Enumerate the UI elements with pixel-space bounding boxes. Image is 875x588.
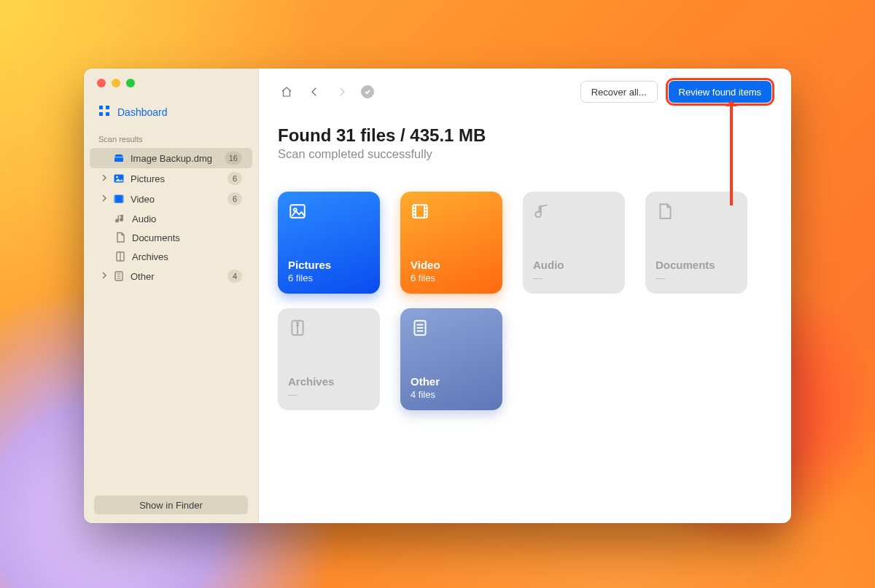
svg-rect-4 bbox=[114, 157, 123, 157]
sidebar-item-pictures[interactable]: Pictures 6 bbox=[90, 168, 252, 189]
video-icon bbox=[411, 202, 429, 221]
archives-icon bbox=[288, 318, 307, 337]
dashboard-label: Dashboard bbox=[117, 106, 168, 118]
window-controls bbox=[84, 79, 258, 87]
svg-rect-9 bbox=[122, 195, 124, 203]
svg-point-6 bbox=[116, 176, 118, 179]
sidebar-item-archives[interactable]: Archives bbox=[90, 247, 252, 266]
sidebar-item-label: Image Backup.dmg bbox=[131, 153, 212, 164]
pictures-icon bbox=[288, 202, 307, 221]
disk-image-icon bbox=[113, 152, 125, 164]
review-found-items-button[interactable]: Review found items bbox=[669, 81, 771, 103]
tile-count: — bbox=[533, 273, 615, 283]
archives-icon bbox=[114, 251, 126, 262]
forward-button[interactable] bbox=[333, 83, 351, 101]
tile-count: — bbox=[656, 273, 737, 283]
sidebar-item-label: Other bbox=[131, 271, 155, 282]
other-icon bbox=[113, 270, 125, 282]
tile-count: 4 files bbox=[411, 389, 492, 400]
audio-icon bbox=[533, 202, 552, 221]
sidebar-item-audio[interactable]: Audio bbox=[90, 209, 252, 228]
tile-other[interactable]: Other 4 files bbox=[400, 308, 502, 410]
tile-label: Video bbox=[411, 259, 492, 271]
toolbar: Recover all... Review found items bbox=[278, 80, 772, 103]
count-badge: 6 bbox=[228, 192, 242, 205]
svg-rect-1 bbox=[106, 106, 109, 109]
sidebar-item-video[interactable]: Video 6 bbox=[90, 189, 252, 209]
tile-label: Audio bbox=[533, 259, 615, 271]
annotation-highlight: Review found items bbox=[668, 80, 772, 103]
dashboard-nav[interactable]: Dashboard bbox=[84, 101, 258, 129]
sidebar: Dashboard Scan results Image Backup.dmg … bbox=[84, 68, 259, 523]
scan-complete-status-icon bbox=[361, 85, 374, 98]
results-headline: Found 31 files / 435.1 MB Scan completed… bbox=[278, 125, 772, 161]
show-in-finder-button[interactable]: Show in Finder bbox=[94, 495, 248, 514]
home-button[interactable] bbox=[278, 83, 295, 101]
sidebar-item-label: Documents bbox=[132, 232, 180, 243]
tile-pictures[interactable]: Pictures 6 files bbox=[278, 192, 380, 294]
sidebar-item-label: Video bbox=[131, 194, 155, 205]
main-content: Recover all... Review found items Found … bbox=[259, 68, 791, 523]
tile-archives[interactable]: Archives — bbox=[278, 308, 380, 410]
sidebar-item-label: Audio bbox=[132, 213, 156, 224]
count-badge: 16 bbox=[225, 152, 242, 165]
tile-label: Pictures bbox=[288, 259, 370, 271]
documents-icon bbox=[114, 232, 126, 243]
svg-rect-0 bbox=[99, 106, 103, 109]
documents-icon bbox=[656, 202, 674, 221]
recover-all-button[interactable]: Recover all... bbox=[580, 81, 658, 103]
chevron-right-icon bbox=[101, 194, 107, 205]
chevron-right-icon bbox=[101, 271, 107, 282]
tile-count: 6 files bbox=[288, 273, 370, 283]
tile-documents[interactable]: Documents — bbox=[645, 192, 747, 294]
tile-label: Other bbox=[411, 375, 492, 388]
sidebar-item-other[interactable]: Other 4 bbox=[90, 266, 252, 286]
category-tiles: Pictures 6 files Video 6 files Audio — bbox=[278, 192, 772, 410]
other-icon bbox=[411, 318, 429, 337]
svg-rect-8 bbox=[114, 195, 116, 203]
svg-rect-2 bbox=[99, 112, 103, 116]
close-window-button[interactable] bbox=[97, 79, 106, 87]
pictures-icon bbox=[113, 173, 125, 184]
tile-label: Archives bbox=[288, 375, 370, 388]
annotation-arrow bbox=[730, 102, 733, 205]
results-subtitle: Scan completed successfully bbox=[278, 147, 772, 161]
count-badge: 6 bbox=[228, 172, 242, 185]
section-header-scan-results: Scan results bbox=[84, 129, 258, 148]
svg-rect-3 bbox=[106, 112, 109, 116]
video-icon bbox=[113, 193, 125, 205]
count-badge: 4 bbox=[228, 270, 242, 283]
chevron-right-icon bbox=[101, 173, 107, 184]
dashboard-icon bbox=[98, 105, 110, 119]
tile-count: 6 files bbox=[411, 273, 492, 283]
tile-label: Documents bbox=[656, 259, 737, 271]
maximize-window-button[interactable] bbox=[126, 79, 135, 87]
tile-audio[interactable]: Audio — bbox=[523, 192, 625, 294]
sidebar-item-label: Pictures bbox=[131, 173, 165, 184]
tile-video[interactable]: Video 6 files bbox=[400, 192, 502, 294]
back-button[interactable] bbox=[306, 83, 323, 101]
app-window: Dashboard Scan results Image Backup.dmg … bbox=[84, 68, 791, 523]
results-title: Found 31 files / 435.1 MB bbox=[278, 125, 772, 146]
audio-icon bbox=[114, 213, 126, 224]
sidebar-item-image-backup[interactable]: Image Backup.dmg 16 bbox=[90, 148, 252, 168]
sidebar-item-documents[interactable]: Documents bbox=[90, 228, 252, 247]
minimize-window-button[interactable] bbox=[112, 79, 120, 87]
tile-count: — bbox=[288, 389, 370, 400]
sidebar-item-label: Archives bbox=[132, 251, 168, 262]
